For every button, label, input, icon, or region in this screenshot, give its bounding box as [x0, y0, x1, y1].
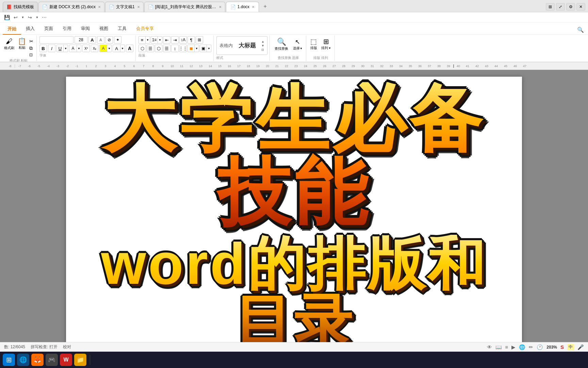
style-selector-box[interactable]: 表格内 大标题 ▲ ▼ ⊟ [216, 36, 267, 55]
window-grid-btn[interactable]: ⊞ [546, 3, 555, 11]
align-center-btn[interactable]: ☰ [147, 45, 154, 52]
mic-icon[interactable]: 🎤 [577, 344, 584, 350]
clear-format-btn[interactable]: ⊘ [105, 36, 113, 44]
tab-vip[interactable]: 会员专享 [131, 24, 159, 34]
tab-view[interactable]: 视图 [95, 24, 113, 34]
view-normal-icon[interactable]: 👁 [487, 344, 492, 350]
cut-btn[interactable]: ✂ [28, 38, 34, 44]
tab-tab3[interactable]: 📄 文字文稿1 ✕ [105, 2, 144, 12]
undo-dropdown[interactable]: ▼ [20, 13, 25, 21]
tab-tab2[interactable]: 📄 新建 DOCX 文档 (2).docx ✕ [38, 2, 104, 12]
font-shade-arrow[interactable]: ▼ [120, 45, 125, 52]
para-more-btn[interactable]: ⊞ [196, 36, 203, 44]
underline-arrow[interactable]: ▼ [64, 45, 68, 52]
taskbar-game-btn[interactable]: 🎮 [46, 354, 58, 366]
superscript-btn[interactable]: X² [82, 45, 90, 52]
big-font-btn[interactable]: A [126, 45, 133, 52]
lang-indicator[interactable]: 中 [567, 344, 574, 350]
align-left-btn[interactable]: ⬡ [138, 45, 146, 52]
new-tab-button[interactable]: + [260, 2, 270, 11]
increase-indent-btn[interactable]: ⇥ [171, 36, 179, 44]
find-replace-btn[interactable]: 🔍 查找替换 [273, 37, 290, 52]
format-copy-btn[interactable]: ⊡ [28, 52, 34, 58]
page[interactable]: 大学生必备技能 word的排版和目录 [66, 77, 522, 342]
italic-btn[interactable]: I [48, 45, 55, 52]
play-icon[interactable]: ▶ [511, 344, 516, 350]
bullets-btn[interactable]: ≡ [139, 36, 146, 43]
layout-btn2[interactable]: ⊞ 排列 ▼ [320, 37, 332, 51]
align-right-btn[interactable]: ⬡ [155, 45, 162, 52]
taskbar-edge-btn[interactable]: 🌐 [17, 354, 29, 366]
taskbar-firefox-btn[interactable]: 🦊 [31, 354, 44, 366]
window-expand-btn[interactable]: ⤢ [556, 3, 565, 11]
tab2-close[interactable]: ✕ [98, 5, 101, 9]
redo-dropdown[interactable]: ▼ [35, 13, 39, 21]
font-shade-btn[interactable]: A [113, 45, 120, 52]
border-btn[interactable]: ▣ [200, 45, 207, 52]
redo-btn[interactable]: ↪ [26, 13, 34, 21]
more-btn[interactable]: ⋯ [40, 13, 48, 21]
taskbar-files-btn[interactable]: 📁 [74, 354, 86, 366]
show-hide-btn[interactable]: ¶ [187, 36, 195, 44]
spell-check[interactable]: 拼写检查: 打开 [31, 344, 58, 350]
clock-icon[interactable]: 🕐 [537, 344, 543, 350]
font-color-btn[interactable]: A [69, 45, 77, 52]
tab-tab4[interactable]: 📄 [阅读]1_刘燕学年论文 腾讯控股股权... ✕ [144, 2, 225, 12]
numbering-arrow[interactable]: ▼ [158, 36, 162, 43]
align-justify-btn[interactable]: ☰ [163, 45, 170, 52]
tab3-close[interactable]: ✕ [137, 5, 140, 9]
font-color-arrow[interactable]: ▼ [77, 45, 81, 52]
document-area[interactable]: 大学生必备技能 word的排版和目录 [0, 70, 588, 342]
highlight-btn[interactable]: A [100, 45, 107, 52]
copy-btn[interactable]: ⧉ [28, 45, 34, 51]
window-settings-btn[interactable]: ⚙ [566, 3, 575, 11]
layout-btn1[interactable]: ⬚ 排版 [309, 37, 318, 51]
tab5-close[interactable]: ✕ [252, 5, 255, 9]
pen-icon[interactable]: ✏ [529, 344, 533, 350]
search-ribbon-btn[interactable]: 🔍 [576, 25, 585, 34]
font-size-input[interactable] [75, 36, 87, 44]
window-close-btn[interactable]: ✕ [576, 3, 585, 11]
font-name-input[interactable] [39, 36, 74, 44]
style-up-arrow[interactable]: ▲ [261, 40, 264, 43]
style-expand-arrow[interactable]: ⊟ [261, 48, 264, 51]
font-size-up-btn[interactable]: A [88, 36, 96, 44]
tab-tab1[interactable]: 📕 找稿壳模板 [3, 2, 38, 12]
tab-page[interactable]: 页面 [39, 24, 58, 34]
view-outline-icon[interactable]: ≡ [505, 344, 508, 350]
underline-btn[interactable]: U [57, 45, 64, 52]
undo-btn[interactable]: ↩ [12, 13, 20, 21]
format-style-btn[interactable]: 🖌 格式刷 [3, 37, 16, 58]
tab-insert[interactable]: 插入 [21, 24, 39, 34]
bold-btn[interactable]: B [39, 45, 47, 52]
view-reading-icon[interactable]: 📖 [495, 344, 502, 350]
shading-btn[interactable]: ◼ [188, 45, 195, 52]
line-spacing-btn[interactable]: ↕ [171, 45, 179, 52]
highlight-arrow[interactable]: ▼ [107, 45, 111, 52]
tab-start[interactable]: 开始 [3, 24, 21, 35]
font-size-down-btn[interactable]: A [97, 36, 104, 44]
decrease-indent-btn[interactable]: ⇤ [163, 36, 170, 44]
numbering-btn[interactable]: 1≡ [151, 36, 158, 43]
border-arrow[interactable]: ▼ [207, 45, 211, 52]
tab4-close[interactable]: ✕ [219, 5, 222, 9]
select-arrow[interactable]: ▼ [300, 47, 303, 50]
tab-tab5[interactable]: 📄 1.docx ✕ [226, 2, 259, 12]
save-btn[interactable]: 💾 [3, 13, 11, 21]
shading-arrow[interactable]: ▼ [195, 45, 199, 52]
taskbar-start-btn[interactable]: ⊞ [3, 354, 15, 366]
layout-arrow2[interactable]: ▼ [328, 47, 331, 50]
taskbar-wps-btn[interactable]: W [60, 354, 72, 366]
bullets-arrow[interactable]: ▼ [146, 36, 150, 43]
para-sort-btn[interactable]: ↕A [179, 36, 187, 44]
subscript-btn[interactable]: X₂ [91, 45, 98, 52]
style-down-arrow[interactable]: ▼ [261, 44, 264, 47]
more-font-btn[interactable]: ✦ [114, 36, 121, 44]
tab-reference[interactable]: 引用 [58, 24, 76, 34]
tab-review[interactable]: 审阅 [76, 24, 95, 34]
tab-tools[interactable]: 工具 [113, 24, 131, 34]
col-layout-btn[interactable]: ⋮⋮ [179, 45, 187, 52]
paste-btn[interactable]: 📋 粘贴 [16, 37, 28, 50]
proofread[interactable]: 校对 [63, 344, 71, 350]
web-icon[interactable]: 🌐 [519, 344, 525, 350]
